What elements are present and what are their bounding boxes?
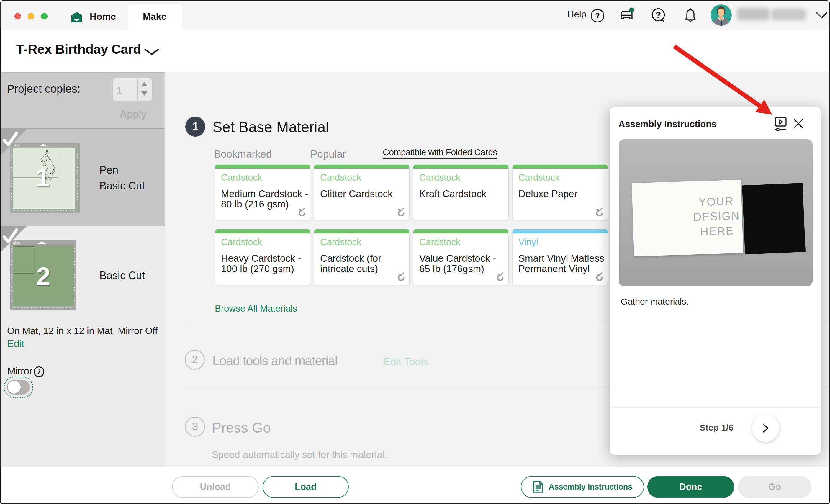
svg-text:?: ? xyxy=(656,10,661,20)
svg-text:i: i xyxy=(38,368,40,376)
svg-text:?: ? xyxy=(595,11,600,20)
